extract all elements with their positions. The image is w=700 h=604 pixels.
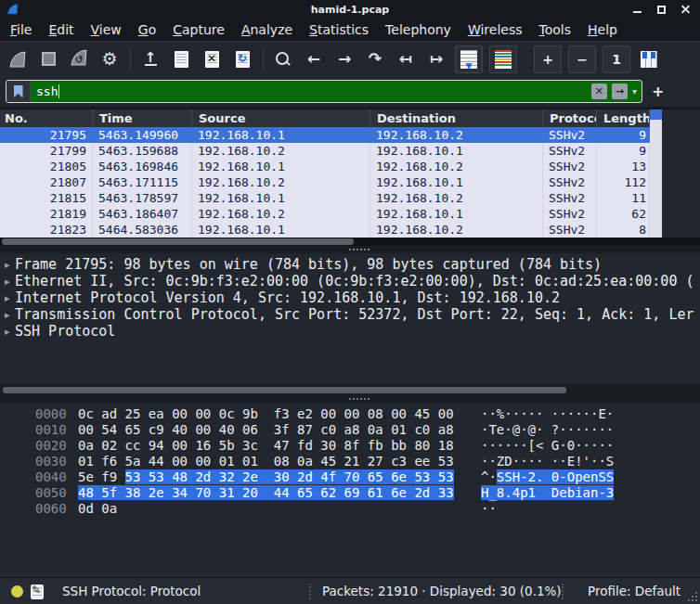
- stop-icon: [42, 52, 56, 66]
- resize-columns-button[interactable]: [637, 45, 661, 73]
- auto-scroll-icon: ▼: [460, 50, 477, 69]
- scrollbar-thumb[interactable]: [2, 238, 354, 245]
- zoom-in-button[interactable]: +: [534, 45, 562, 73]
- packet-row[interactable]: 217995463.159688192.168.10.2192.168.10.1…: [0, 143, 650, 159]
- stop-capture-button[interactable]: [36, 45, 60, 73]
- go-forward-button[interactable]: →: [332, 45, 356, 73]
- pane-splitter[interactable]: [0, 395, 700, 403]
- chevron-down-icon[interactable]: ▾: [632, 86, 637, 96]
- detail-line[interactable]: ▸Transmission Control Protocol, Src Port…: [0, 306, 700, 323]
- detail-line[interactable]: ▸SSH Protocol: [0, 323, 700, 340]
- hex-row[interactable]: 00600d 0a··: [0, 500, 700, 516]
- packet-row[interactable]: 218235464.583036192.168.10.1192.168.10.2…: [0, 222, 650, 238]
- hex-ascii: ·Te·@·@· ?·······: [481, 422, 614, 437]
- column-header-time[interactable]: Time: [93, 109, 192, 127]
- start-capture-button[interactable]: [6, 45, 30, 73]
- packet-list-vertical-scrollbar[interactable]: [650, 109, 662, 238]
- menu-edit[interactable]: Edit: [40, 20, 82, 39]
- menu-telephony[interactable]: Telephony: [377, 20, 460, 39]
- splitter-handle-icon: [349, 398, 351, 400]
- reload-file-icon: ↻: [236, 51, 250, 68]
- packet-list-horizontal-scrollbar[interactable]: [0, 238, 700, 246]
- go-back-button[interactable]: ←: [302, 45, 326, 73]
- packet-cell: 192.168.10.1: [192, 159, 370, 174]
- colorize-packets-button[interactable]: [489, 45, 517, 73]
- restart-capture-button[interactable]: ↺: [67, 45, 91, 73]
- zoom-normal-button[interactable]: 1: [603, 45, 630, 73]
- expert-info-icon[interactable]: [11, 585, 23, 598]
- resize-grip-icon[interactable]: [695, 599, 697, 601]
- menu-view[interactable]: View: [83, 20, 130, 39]
- detail-line[interactable]: ▸Internet Protocol Version 4, Src: 192.1…: [0, 289, 700, 306]
- expand-arrow-icon[interactable]: ▸: [0, 309, 15, 321]
- packet-cell: 192.168.10.2: [370, 159, 543, 174]
- filter-clear-button[interactable]: ✕: [591, 84, 607, 99]
- packet-cell: 5463.178597: [93, 190, 192, 206]
- open-file-button[interactable]: ↑: [138, 45, 162, 73]
- filter-apply-button[interactable]: →: [612, 84, 628, 99]
- scrollbar-thumb[interactable]: [650, 109, 662, 120]
- column-header-destination[interactable]: Destination: [370, 109, 543, 127]
- status-separator[interactable]: [562, 584, 564, 599]
- expand-arrow-icon[interactable]: ▸: [0, 292, 15, 304]
- column-header-no[interactable]: No.: [0, 109, 93, 127]
- save-file-button[interactable]: [169, 45, 193, 73]
- packet-row[interactable]: 218075463.171115192.168.10.2192.168.10.1…: [0, 174, 650, 190]
- details-horizontal-scrollbar[interactable]: [0, 384, 700, 395]
- filter-add-button[interactable]: +: [652, 83, 664, 100]
- zoom-out-button[interactable]: −: [568, 45, 596, 73]
- capture-comment-icon[interactable]: ✎: [31, 585, 44, 599]
- menu-capture[interactable]: Capture: [164, 20, 233, 39]
- hex-row[interactable]: 00405e f9 53 53 48 2d 32 2e 30 2d 4f 70 …: [0, 469, 700, 484]
- packet-cell: SSHv2: [543, 174, 597, 190]
- scrollbar-thumb[interactable]: [3, 387, 566, 393]
- expand-arrow-icon[interactable]: ▸: [0, 326, 15, 338]
- go-first-packet-button[interactable]: ↤: [394, 45, 418, 73]
- filter-bookmark-button[interactable]: [6, 81, 31, 102]
- menu-analyze[interactable]: Analyze: [233, 20, 301, 39]
- filter-toolbar: ssh ✕ → ▾ +: [0, 76, 700, 107]
- detail-line[interactable]: ▸Frame 21795: 98 bytes on wire (784 bits…: [0, 256, 700, 273]
- menu-wireless[interactable]: Wireless: [460, 20, 531, 39]
- status-profile[interactable]: Profile: Default: [588, 584, 681, 598]
- reload-file-button[interactable]: ↻: [230, 45, 254, 73]
- column-header-length[interactable]: Length: [597, 109, 650, 127]
- packet-row[interactable]: 218155463.178597192.168.10.1192.168.10.2…: [0, 190, 650, 206]
- hex-row[interactable]: 001000 54 65 c9 40 00 40 06 3f 87 c0 a8 …: [0, 421, 700, 437]
- column-header-protocol[interactable]: Protocol: [543, 109, 597, 127]
- menu-go[interactable]: Go: [130, 20, 164, 39]
- auto-scroll-button[interactable]: ▼: [455, 45, 483, 73]
- packet-cell: 192.168.10.2: [370, 127, 543, 143]
- hex-row[interactable]: 00000c ad 25 ea 00 00 0c 9b f3 e2 00 00 …: [0, 405, 700, 421]
- go-to-packet-button[interactable]: ↷: [363, 45, 387, 73]
- expand-arrow-icon[interactable]: ▸: [0, 259, 15, 271]
- hex-row[interactable]: 005048 5f 38 2e 34 70 31 20 44 65 62 69 …: [0, 484, 700, 500]
- close-button[interactable]: [680, 4, 691, 15]
- minimize-button[interactable]: [631, 4, 642, 15]
- find-packet-button[interactable]: [271, 45, 295, 73]
- close-file-button[interactable]: ✕: [200, 45, 224, 73]
- detail-line-text: Transmission Control Protocol, Src Port:…: [15, 306, 694, 323]
- status-separator[interactable]: [309, 584, 311, 599]
- hex-row[interactable]: 00200a 02 cc 94 00 16 5b 3c 47 fd 30 8f …: [0, 437, 700, 453]
- menu-statistics[interactable]: Statistics: [301, 20, 377, 39]
- packet-cell: 5463.159688: [93, 143, 192, 159]
- search-icon: [275, 51, 292, 68]
- packet-row[interactable]: 217955463.149960192.168.10.1192.168.10.2…: [0, 127, 650, 143]
- capture-options-button[interactable]: ⚙: [97, 45, 122, 73]
- hex-offset: 0010: [35, 422, 78, 437]
- column-header-source[interactable]: Source: [192, 109, 370, 127]
- menu-file[interactable]: File: [2, 20, 40, 39]
- maximize-button[interactable]: [655, 4, 667, 15]
- display-filter-input[interactable]: ssh ✕ → ▾: [6, 80, 642, 103]
- detail-line[interactable]: ▸Ethernet II, Src: 0c:9b:f3:e2:00:00 (0c…: [0, 273, 700, 289]
- packet-row[interactable]: 218195463.186407192.168.10.2192.168.10.1…: [0, 206, 650, 222]
- go-last-packet-button[interactable]: ↦: [424, 45, 448, 73]
- expand-arrow-icon[interactable]: ▸: [0, 276, 15, 288]
- arrow-left-icon: ←: [307, 51, 320, 67]
- menu-help[interactable]: Help: [579, 20, 626, 39]
- hex-row[interactable]: 003001 f6 5a 44 00 00 01 01 08 0a 45 21 …: [0, 453, 700, 469]
- pane-splitter[interactable]: [0, 246, 700, 253]
- menu-tools[interactable]: Tools: [530, 20, 579, 39]
- packet-row[interactable]: 218055463.169846192.168.10.1192.168.10.2…: [0, 159, 650, 174]
